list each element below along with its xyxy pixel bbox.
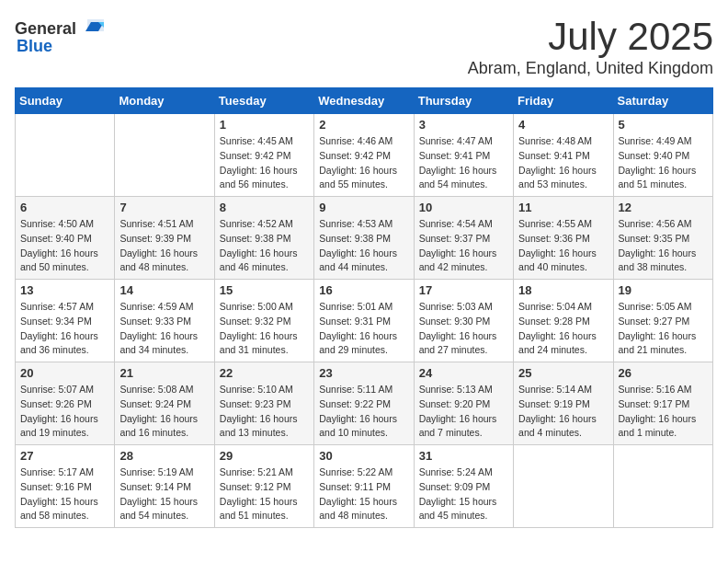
cell-info: Sunrise: 4:55 AM Sunset: 9:36 PM Dayligh… — [518, 217, 608, 275]
day-number: 19 — [619, 283, 708, 297]
day-of-week-header: Thursday — [414, 88, 513, 114]
day-number: 17 — [419, 283, 508, 297]
day-number: 24 — [419, 366, 508, 380]
calendar-cell: 1Sunrise: 4:45 AM Sunset: 9:42 PM Daylig… — [214, 114, 313, 197]
cell-info: Sunrise: 5:05 AM Sunset: 9:27 PM Dayligh… — [619, 300, 708, 358]
calendar-cell: 22Sunrise: 5:10 AM Sunset: 9:23 PM Dayli… — [214, 362, 313, 445]
day-number: 4 — [518, 118, 608, 132]
calendar-cell: 24Sunrise: 5:13 AM Sunset: 9:20 PM Dayli… — [414, 362, 513, 445]
cell-info: Sunrise: 4:45 AM Sunset: 9:42 PM Dayligh… — [220, 134, 309, 192]
title-area: July 2025 Abram, England, United Kingdom — [468, 15, 713, 78]
calendar-cell: 17Sunrise: 5:03 AM Sunset: 9:30 PM Dayli… — [414, 280, 513, 362]
cell-info: Sunrise: 4:54 AM Sunset: 9:37 PM Dayligh… — [419, 217, 508, 275]
cell-info: Sunrise: 4:47 AM Sunset: 9:41 PM Dayligh… — [419, 134, 508, 192]
calendar-week-row: 6Sunrise: 4:50 AM Sunset: 9:40 PM Daylig… — [16, 197, 713, 280]
day-number: 18 — [518, 283, 608, 297]
cell-info: Sunrise: 4:57 AM Sunset: 9:34 PM Dayligh… — [20, 300, 109, 358]
cell-info: Sunrise: 5:08 AM Sunset: 9:24 PM Dayligh… — [119, 383, 209, 441]
cell-info: Sunrise: 5:14 AM Sunset: 9:19 PM Dayligh… — [518, 383, 608, 441]
day-of-week-header: Saturday — [613, 88, 712, 114]
calendar-cell: 10Sunrise: 4:54 AM Sunset: 9:37 PM Dayli… — [414, 197, 513, 280]
cell-info: Sunrise: 5:10 AM Sunset: 9:23 PM Dayligh… — [220, 383, 309, 441]
calendar-cell: 31Sunrise: 5:24 AM Sunset: 9:09 PM Dayli… — [414, 445, 513, 528]
day-number: 5 — [619, 118, 708, 132]
day-number: 30 — [319, 449, 408, 463]
day-number: 20 — [20, 366, 109, 380]
calendar-cell: 9Sunrise: 4:53 AM Sunset: 9:38 PM Daylig… — [314, 197, 414, 280]
day-number: 6 — [20, 201, 109, 214]
calendar-cell: 28Sunrise: 5:19 AM Sunset: 9:14 PM Dayli… — [115, 445, 214, 528]
calendar-cell: 7Sunrise: 4:51 AM Sunset: 9:39 PM Daylig… — [115, 197, 214, 280]
day-number: 3 — [419, 118, 508, 132]
cell-info: Sunrise: 5:13 AM Sunset: 9:20 PM Dayligh… — [419, 383, 508, 441]
day-number: 31 — [419, 449, 508, 463]
calendar-cell: 25Sunrise: 5:14 AM Sunset: 9:19 PM Dayli… — [514, 362, 613, 445]
calendar-cell — [115, 114, 214, 197]
calendar-cell: 21Sunrise: 5:08 AM Sunset: 9:24 PM Dayli… — [115, 362, 214, 445]
cell-info: Sunrise: 4:56 AM Sunset: 9:35 PM Dayligh… — [619, 217, 708, 275]
day-number: 1 — [220, 118, 309, 132]
day-number: 26 — [619, 366, 708, 380]
day-of-week-header: Sunday — [16, 88, 115, 114]
day-number: 9 — [319, 201, 408, 214]
logo: General Blue — [15, 15, 106, 56]
calendar-cell: 19Sunrise: 5:05 AM Sunset: 9:27 PM Dayli… — [613, 280, 712, 362]
calendar-cell: 30Sunrise: 5:22 AM Sunset: 9:11 PM Dayli… — [314, 445, 414, 528]
calendar-cell: 29Sunrise: 5:21 AM Sunset: 9:12 PM Dayli… — [214, 445, 313, 528]
cell-info: Sunrise: 4:59 AM Sunset: 9:33 PM Dayligh… — [119, 300, 209, 358]
cell-info: Sunrise: 4:53 AM Sunset: 9:38 PM Dayligh… — [319, 217, 408, 275]
day-number: 21 — [119, 366, 209, 380]
calendar-week-row: 20Sunrise: 5:07 AM Sunset: 9:26 PM Dayli… — [16, 362, 713, 445]
calendar-cell: 3Sunrise: 4:47 AM Sunset: 9:41 PM Daylig… — [414, 114, 513, 197]
calendar-cell: 26Sunrise: 5:16 AM Sunset: 9:17 PM Dayli… — [613, 362, 712, 445]
day-number: 11 — [518, 201, 608, 214]
calendar-cell: 14Sunrise: 4:59 AM Sunset: 9:33 PM Dayli… — [115, 280, 214, 362]
cell-info: Sunrise: 5:24 AM Sunset: 9:09 PM Dayligh… — [419, 465, 508, 523]
logo-icon — [78, 15, 106, 42]
calendar-cell: 13Sunrise: 4:57 AM Sunset: 9:34 PM Dayli… — [16, 280, 115, 362]
cell-info: Sunrise: 5:01 AM Sunset: 9:31 PM Dayligh… — [319, 300, 408, 358]
cell-info: Sunrise: 4:46 AM Sunset: 9:42 PM Dayligh… — [319, 134, 408, 192]
day-number: 15 — [220, 283, 309, 297]
day-number: 28 — [119, 449, 209, 463]
day-number: 14 — [119, 283, 209, 297]
day-number: 12 — [619, 201, 708, 214]
cell-info: Sunrise: 5:07 AM Sunset: 9:26 PM Dayligh… — [20, 383, 109, 441]
day-number: 10 — [419, 201, 508, 214]
calendar-cell: 23Sunrise: 5:11 AM Sunset: 9:22 PM Dayli… — [314, 362, 414, 445]
day-number: 25 — [518, 366, 608, 380]
logo-blue-text: Blue — [17, 37, 52, 56]
calendar-cell — [613, 445, 712, 528]
day-number: 29 — [220, 449, 309, 463]
calendar-cell — [16, 114, 115, 197]
calendar-cell: 4Sunrise: 4:48 AM Sunset: 9:41 PM Daylig… — [514, 114, 613, 197]
day-number: 27 — [20, 449, 109, 463]
cell-info: Sunrise: 5:17 AM Sunset: 9:16 PM Dayligh… — [20, 465, 109, 523]
cell-info: Sunrise: 5:04 AM Sunset: 9:28 PM Dayligh… — [518, 300, 608, 358]
cell-info: Sunrise: 4:50 AM Sunset: 9:40 PM Dayligh… — [20, 217, 109, 275]
calendar-cell: 27Sunrise: 5:17 AM Sunset: 9:16 PM Dayli… — [16, 445, 115, 528]
calendar-cell: 6Sunrise: 4:50 AM Sunset: 9:40 PM Daylig… — [16, 197, 115, 280]
calendar-cell — [514, 445, 613, 528]
calendar-cell: 12Sunrise: 4:56 AM Sunset: 9:35 PM Dayli… — [613, 197, 712, 280]
cell-info: Sunrise: 4:51 AM Sunset: 9:39 PM Dayligh… — [119, 217, 209, 275]
day-of-week-header: Wednesday — [314, 88, 414, 114]
calendar-cell: 2Sunrise: 4:46 AM Sunset: 9:42 PM Daylig… — [314, 114, 414, 197]
location-subtitle: Abram, England, United Kingdom — [468, 59, 713, 78]
day-number: 8 — [220, 201, 309, 214]
logo-general-text: General — [15, 19, 76, 39]
cell-info: Sunrise: 4:52 AM Sunset: 9:38 PM Dayligh… — [220, 217, 309, 275]
calendar-table: SundayMondayTuesdayWednesdayThursdayFrid… — [15, 87, 713, 528]
cell-info: Sunrise: 4:48 AM Sunset: 9:41 PM Dayligh… — [518, 134, 608, 192]
calendar-week-row: 13Sunrise: 4:57 AM Sunset: 9:34 PM Dayli… — [16, 280, 713, 362]
day-number: 16 — [319, 283, 408, 297]
day-number: 23 — [319, 366, 408, 380]
cell-info: Sunrise: 5:16 AM Sunset: 9:17 PM Dayligh… — [619, 383, 708, 441]
header: General Blue July 2025 Abram, England, U… — [15, 15, 713, 78]
calendar-cell: 15Sunrise: 5:00 AM Sunset: 9:32 PM Dayli… — [214, 280, 313, 362]
month-year-title: July 2025 — [468, 15, 713, 59]
cell-info: Sunrise: 5:11 AM Sunset: 9:22 PM Dayligh… — [319, 383, 408, 441]
day-number: 2 — [319, 118, 408, 132]
calendar-cell: 8Sunrise: 4:52 AM Sunset: 9:38 PM Daylig… — [214, 197, 313, 280]
cell-info: Sunrise: 5:19 AM Sunset: 9:14 PM Dayligh… — [119, 465, 209, 523]
